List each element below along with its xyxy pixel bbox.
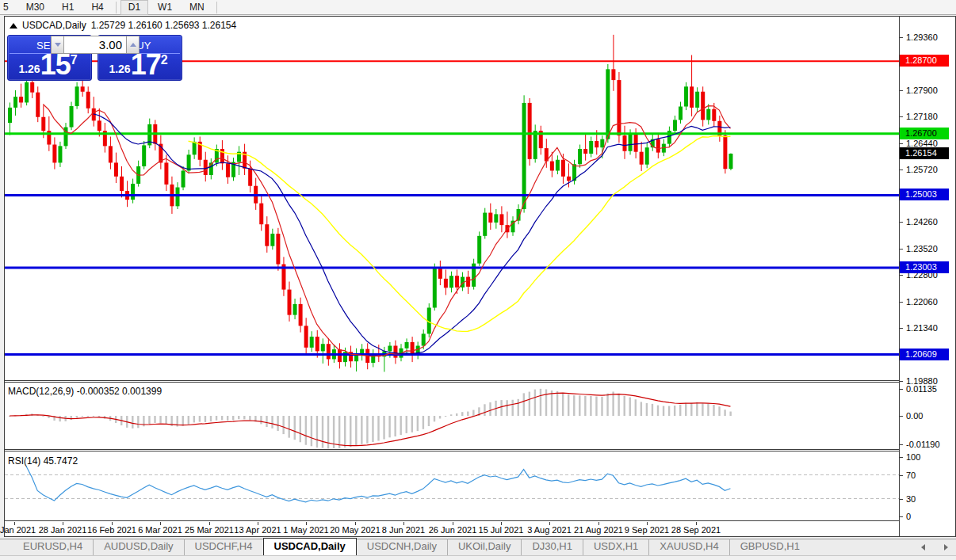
buy-price: 1.26 17 2 [98,51,178,78]
volume-increase-button[interactable] [126,36,140,54]
price-axis-label: 1.23520 [906,244,938,254]
price-axis-label: 1.22060 [906,297,938,307]
price-axis[interactable]: 1.293601.279001.271801.264401.257201.242… [899,17,955,536]
status-strip [0,557,956,560]
price-axis-label: 30 [906,494,916,505]
chart-title-ohlc: USDCAD,Daily 1.25729 1.26160 1.25693 1.2… [10,20,236,31]
macd-label: MACD(12,26,9) -0.000352 0.001399 [8,386,162,397]
spinner-up-icon [130,43,136,47]
price-axis-label: 1.27900 [906,86,938,96]
price-axis-label: -0.01190 [906,440,940,450]
timeframe-m30-button[interactable]: M30 [18,0,52,15]
chart-window: USDCAD,Daily 1.25729 1.26160 1.25693 1.2… [4,16,956,537]
buy-price-prefix: 1.26 [109,63,130,75]
volume-decrease-button[interactable] [51,36,64,54]
price-axis-label: 1.27180 [906,112,938,122]
tab-usdchf-h4[interactable]: USDCHF,H4 [184,539,263,555]
symbol-period-label: USDCAD,Daily [22,20,86,31]
level-price-badge: 1.25003 [900,189,949,200]
sell-price-pip: 7 [71,53,78,67]
tab-scroll-arrows [921,544,948,550]
price-axis-label: 0.01135 [906,384,937,394]
timeframe-toolbar: 5 M30 H1 H4 D1 W1 MN [0,0,956,15]
level-price-badge: 1.28700 [900,55,949,67]
price-axis-label: 70 [906,470,916,481]
buy-price-main: 17 [131,51,161,78]
timeframe-h1-button[interactable]: H1 [54,0,82,15]
sell-price-prefix: 1.26 [18,63,40,75]
price-axis-label: 0 [906,512,911,522]
rsi-chart [5,454,899,521]
tab-dj30-h1[interactable]: DJ30,H1 [521,539,583,555]
date-axis[interactable]: 9 Jan 202128 Jan 202116 Feb 20216 Mar 20… [5,522,899,536]
sell-price: 1.26 15 7 [8,51,88,78]
tab-scroll-left-icon[interactable] [921,544,925,550]
spinner-down-icon [55,43,61,47]
ohlc-values: 1.25729 1.26160 1.25693 1.26154 [91,20,237,31]
timeframe-m5-button[interactable]: 5 [1,0,17,15]
mt4-terminal: { "toolbar": { "timeframes": ["5", "M30"… [0,0,956,560]
macd-pane[interactable]: MACD(12,26,9) -0.000352 0.001399 [5,385,899,451]
sell-price-main: 15 [40,51,71,78]
volume-input[interactable]: 3.00 [64,36,126,54]
rsi-pane[interactable]: RSI(14) 45.7472 [5,454,899,521]
price-axis-label: 1.21340 [906,323,938,333]
timeframe-w1-button[interactable]: W1 [150,0,180,15]
collapse-triangle-icon[interactable] [10,23,17,29]
price-axis-label: 100 [906,452,920,463]
current-price-badge: 1.26154 [900,147,949,159]
timeframe-h4-button[interactable]: H4 [83,0,111,15]
price-axis-label: 1.29360 [906,32,938,43]
tab-usdcnh-daily[interactable]: USDCNH,Daily [357,539,447,555]
rsi-label: RSI(14) 45.7472 [8,455,78,467]
timeframe-d1-button[interactable]: D1 [120,0,148,15]
tab-usdx-h1[interactable]: USDX,H1 [583,539,648,555]
level-price-badge: 1.23003 [900,261,949,273]
price-axis-label: 0.00 [906,411,923,421]
tab-eurusd-h4[interactable]: EURUSD,H4 [13,539,93,555]
toolbar-separator [116,2,117,13]
tab-audusd-daily[interactable]: AUDUSD,Daily [93,539,183,555]
volume-control: 3.00 [51,36,140,54]
tab-scroll-right-icon[interactable] [944,544,948,550]
level-price-badge: 1.20609 [900,349,949,360]
toolbar-separator [216,2,217,13]
one-click-trading-panel: SELL 1.26 15 7 BUY 1.26 17 2 3.00 [7,35,182,81]
price-axis-label: 1.24260 [906,217,938,227]
tab-xauusd-h4[interactable]: XAUUSD,H4 [648,539,728,555]
buy-price-pip: 2 [161,53,168,67]
tab-ukoil-daily[interactable]: UKOil,Daily [447,539,521,555]
level-price-badge: 1.26700 [900,128,949,139]
price-axis-label: 1.25720 [906,165,938,175]
tab-usdcad-daily[interactable]: USDCAD,Daily [263,538,357,555]
timeframe-mn-button[interactable]: MN [182,0,212,15]
date-axis-label: 28 Sep 2021 [663,525,729,535]
chart-tab-bar: EURUSD,H4AUDUSD,DailyUSDCHF,H4USDCAD,Dai… [0,539,956,556]
tab-gbpusd-h1[interactable]: GBPUSD,H1 [729,539,810,555]
